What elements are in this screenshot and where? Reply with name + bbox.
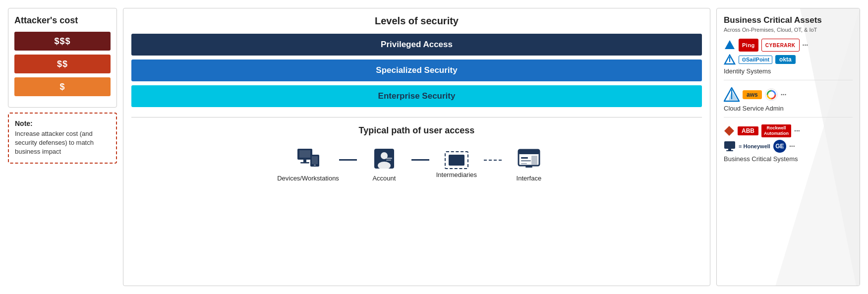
svg-rect-14 — [521, 157, 528, 159]
biz-critical-group: ABB RockwellAutomation ··· ≡ Honeywell G… — [724, 124, 853, 163]
account-icon — [373, 148, 395, 173]
divider — [131, 117, 702, 118]
interface-label: Interface — [517, 175, 542, 182]
level-bar-enterprise: Enterprise Security — [131, 85, 702, 107]
assets-section: Ping CYBERARK ··· ⊙SailPoint okta Identi… — [724, 39, 853, 163]
main-container: Attacker's cost $$$ $$ $ Note: Increase … — [0, 0, 868, 294]
middle-column: Levels of security Privileged Access Spe… — [123, 8, 710, 286]
note-box: Note: Increase attacker cost (and securi… — [8, 113, 117, 164]
svg-rect-16 — [521, 163, 527, 164]
biz-critical-label: Business Critical Systems — [724, 155, 853, 163]
path-step-account: Account — [357, 148, 411, 182]
svg-point-9 — [378, 162, 391, 170]
biz-more-2: ··· — [789, 142, 795, 150]
identity-icon-2 — [724, 54, 736, 65]
business-critical-subtitle: Across On-Premises, Cloud, OT, & IoT — [724, 27, 853, 33]
note-text: Increase attacker cost (and security def… — [15, 129, 110, 157]
path-section: Devices/Workstations Ac — [131, 145, 702, 184]
identity-systems-group: Ping CYBERARK ··· ⊙SailPoint okta Identi… — [724, 39, 853, 80]
ge-logo: GE — [773, 140, 786, 153]
cloud-service-group: aws ··· Cloud Service Admi — [724, 87, 853, 118]
devices-icon — [295, 148, 321, 173]
path-step-interface: Interface — [502, 148, 556, 182]
attackers-cost-box: Attacker's cost $$$ $$ $ — [8, 8, 117, 108]
svg-marker-19 — [725, 40, 735, 49]
cloud-more: ··· — [781, 91, 787, 99]
interface-icon — [518, 148, 540, 173]
honeywell-logo: ≡ Honeywell — [739, 143, 770, 149]
path-step-devices: Devices/Workstations — [277, 148, 339, 182]
biz-more: ··· — [794, 127, 800, 135]
account-label: Account — [372, 175, 396, 182]
svg-rect-5 — [312, 156, 318, 164]
svg-rect-17 — [531, 156, 537, 165]
svg-rect-1 — [299, 150, 310, 158]
svg-marker-26 — [724, 126, 734, 136]
diamond-icon — [724, 125, 735, 136]
rockwell-logo: RockwellAutomation — [761, 124, 791, 137]
cloud-service-label: Cloud Service Admin — [724, 105, 853, 112]
note-title: Note: — [15, 119, 110, 127]
svg-rect-10 — [386, 158, 392, 159]
aws-logo: aws — [743, 90, 762, 99]
biz-logo-row-1: ABB RockwellAutomation ··· — [724, 124, 853, 137]
svg-rect-3 — [300, 162, 309, 164]
svg-rect-29 — [726, 150, 733, 151]
connector-1 — [339, 159, 357, 161]
svg-rect-6 — [314, 165, 316, 166]
okta-logo: okta — [775, 55, 796, 64]
path-step-intermediaries: Intermediaries — [429, 151, 484, 178]
connector-3 — [484, 160, 502, 161]
right-content: Business Critical Assets Across On-Premi… — [724, 15, 853, 163]
attackers-cost-title: Attacker's cost — [14, 15, 111, 26]
user-access-title: Typical path of user access — [131, 125, 702, 136]
identity-icon-1 — [724, 39, 736, 51]
intermediaries-icon — [445, 151, 468, 169]
abb-logo: ABB — [738, 126, 758, 135]
sailpoint-logo: ⊙SailPoint — [739, 56, 772, 64]
left-column: Attacker's cost $$$ $$ $ Note: Increase … — [8, 8, 117, 286]
levels-of-security-title: Levels of security — [131, 15, 702, 27]
intermediaries-icon-row — [445, 151, 468, 169]
business-critical-title: Business Critical Assets — [724, 15, 853, 25]
cost-bar-mid: $$ — [14, 55, 111, 73]
level-bar-privileged: Privileged Access — [131, 34, 702, 56]
svg-rect-2 — [303, 160, 306, 162]
svg-rect-27 — [724, 141, 735, 149]
intermediaries-label: Intermediaries — [436, 171, 477, 178]
gcp-icon — [765, 88, 778, 101]
ping-logo: Ping — [739, 39, 758, 52]
svg-rect-11 — [386, 160, 391, 161]
right-column: Business Critical Assets Across On-Premi… — [716, 8, 860, 286]
cyberark-logo: CYBERARK — [761, 39, 800, 52]
svg-rect-18 — [525, 166, 532, 168]
biz-logo-row-2: ≡ Honeywell GE ··· — [724, 140, 853, 153]
levels-section: Privileged Access Specialized Security E… — [131, 34, 702, 107]
identity-more: ··· — [803, 41, 809, 49]
svg-rect-28 — [728, 149, 731, 150]
cloud-logo-row: aws ··· — [724, 87, 853, 102]
level-bar-specialized: Specialized Security — [131, 59, 702, 81]
devices-label: Devices/Workstations — [277, 175, 339, 182]
identity-logo-row: Ping CYBERARK ··· — [724, 39, 853, 52]
identity-logo-row-2: ⊙SailPoint okta — [724, 54, 853, 65]
connector-2 — [411, 159, 429, 161]
cost-bar-low: $ — [14, 77, 111, 96]
cost-bar-high: $$$ — [14, 32, 111, 51]
monitor-icon — [724, 141, 736, 152]
svg-rect-15 — [521, 160, 531, 162]
svg-rect-13 — [519, 150, 539, 154]
identity-systems-label: Identity Systems — [724, 67, 853, 75]
azure-icon — [724, 87, 740, 102]
